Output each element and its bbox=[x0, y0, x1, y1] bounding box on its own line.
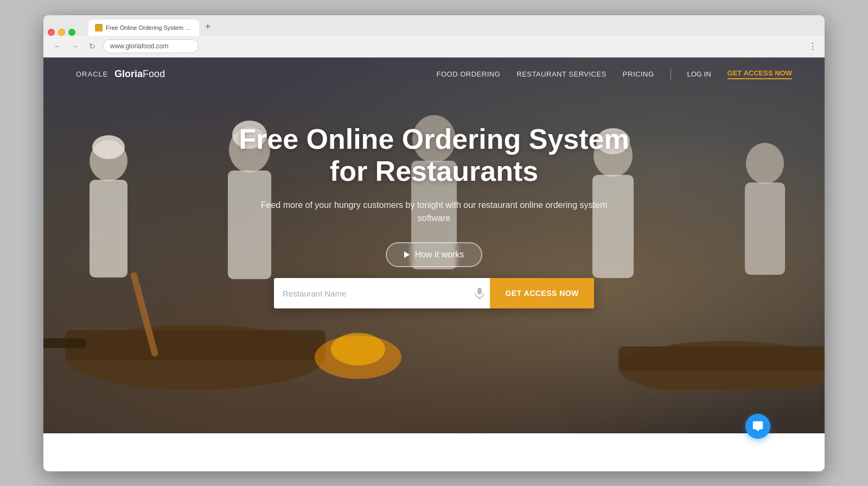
nav-food-ordering[interactable]: FOOD ORDERING bbox=[437, 70, 501, 78]
hero-section: ORACLE GloriaFood FOOD ORDERING RESTAURA… bbox=[43, 58, 825, 433]
browser-chrome: Free Online Ordering System for Restaura… bbox=[43, 15, 825, 58]
address-bar[interactable] bbox=[103, 39, 199, 53]
hero-title: Free Online Ordering System for Restaura… bbox=[231, 123, 637, 188]
microphone-icon bbox=[469, 278, 490, 308]
browser-tab[interactable]: Free Online Ordering System for Restaura… bbox=[88, 20, 199, 36]
nav-get-access-button[interactable]: GET ACCESS NOW bbox=[727, 69, 792, 79]
logo-oracle-text: ORACLE bbox=[76, 70, 108, 78]
new-tab-button[interactable]: + bbox=[200, 20, 215, 35]
website-content: ORACLE GloriaFood FOOD ORDERING RESTAURA… bbox=[43, 58, 825, 471]
get-access-button[interactable]: GET ACCESS NOW bbox=[490, 278, 594, 308]
tab-favicon bbox=[95, 24, 103, 31]
browser-window: Free Online Ordering System for Restaura… bbox=[43, 15, 825, 471]
back-button[interactable]: ← bbox=[51, 40, 64, 53]
how-it-works-button[interactable]: How it works bbox=[386, 242, 483, 267]
play-icon bbox=[404, 251, 410, 258]
bottom-section bbox=[43, 433, 825, 471]
site-navigation: ORACLE GloriaFood FOOD ORDERING RESTAURA… bbox=[43, 58, 825, 91]
logo[interactable]: ORACLE GloriaFood bbox=[76, 68, 165, 80]
how-it-works-label: How it works bbox=[415, 250, 464, 260]
close-button[interactable] bbox=[48, 29, 55, 36]
logo-gloria-text: Gloria bbox=[114, 68, 143, 80]
nav-restaurant-services[interactable]: RESTAURANT SERVICES bbox=[516, 70, 607, 78]
minimize-button[interactable] bbox=[58, 29, 65, 36]
refresh-button[interactable]: ↻ bbox=[86, 40, 99, 53]
logo-food-text: Food bbox=[143, 68, 165, 80]
toolbar-row: ← → ↻ ⋮ bbox=[43, 36, 825, 58]
nav-login-button[interactable]: LOG IN bbox=[687, 70, 711, 78]
svg-rect-21 bbox=[477, 288, 482, 294]
nav-divider bbox=[671, 68, 671, 79]
hero-subtitle: Feed more of your hungry customers by to… bbox=[250, 199, 618, 225]
access-bar: GET ACCESS NOW bbox=[43, 267, 825, 319]
access-form: GET ACCESS NOW bbox=[274, 278, 594, 308]
tab-row: Free Online Ordering System for Restaura… bbox=[43, 15, 825, 36]
tab-title: Free Online Ordering System for Restaura… bbox=[106, 24, 193, 31]
nav-links: FOOD ORDERING RESTAURANT SERVICES PRICIN… bbox=[437, 68, 792, 79]
traffic-lights bbox=[48, 29, 75, 36]
hero-content: Free Online Ordering System for Restaura… bbox=[43, 91, 825, 268]
nav-pricing[interactable]: PRICING bbox=[623, 70, 654, 78]
restaurant-name-input[interactable] bbox=[274, 278, 469, 308]
chat-bubble-icon bbox=[752, 420, 764, 432]
chat-button[interactable] bbox=[745, 414, 770, 439]
maximize-button[interactable] bbox=[68, 29, 75, 36]
forward-button[interactable]: → bbox=[68, 40, 81, 53]
more-options-button[interactable]: ⋮ bbox=[808, 41, 817, 52]
